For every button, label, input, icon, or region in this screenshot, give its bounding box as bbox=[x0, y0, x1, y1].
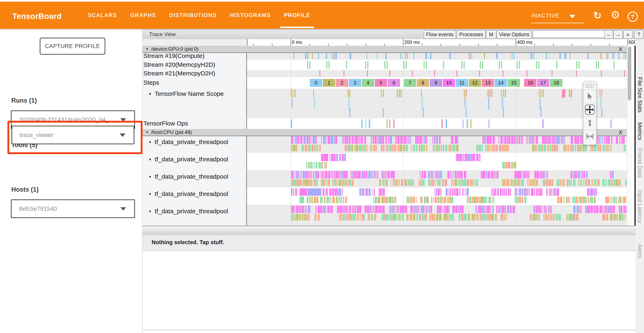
trace-event[interactable] bbox=[542, 171, 542, 178]
trace-event[interactable] bbox=[530, 214, 531, 220]
trace-event[interactable] bbox=[600, 90, 600, 97]
pan-tool[interactable] bbox=[584, 103, 596, 116]
trace-event[interactable] bbox=[441, 188, 442, 196]
trace-event[interactable] bbox=[456, 154, 456, 161]
trace-event[interactable] bbox=[573, 179, 576, 186]
trace-event[interactable] bbox=[358, 214, 359, 220]
trace-event[interactable] bbox=[464, 98, 466, 107]
trace-event[interactable] bbox=[307, 188, 321, 196]
trace-event[interactable] bbox=[482, 171, 483, 178]
trace-event[interactable] bbox=[537, 188, 539, 196]
trace-event[interactable] bbox=[610, 145, 610, 151]
trace-event[interactable] bbox=[599, 136, 600, 144]
trace-event[interactable] bbox=[566, 214, 568, 220]
trace-event[interactable] bbox=[619, 136, 621, 144]
trace-event[interactable] bbox=[531, 188, 534, 196]
trace-event[interactable] bbox=[561, 136, 562, 144]
trace-event[interactable] bbox=[552, 136, 553, 144]
trace-event[interactable] bbox=[491, 171, 494, 178]
trace-event[interactable] bbox=[426, 145, 427, 151]
trace-event[interactable] bbox=[488, 90, 489, 97]
track-label[interactable]: Steps bbox=[144, 79, 159, 86]
trace-event[interactable] bbox=[342, 136, 344, 144]
trace-event[interactable] bbox=[309, 145, 311, 151]
trace-event[interactable] bbox=[544, 145, 546, 151]
trace-event[interactable] bbox=[464, 179, 466, 186]
trace-event[interactable] bbox=[310, 206, 310, 213]
trace-event[interactable] bbox=[490, 145, 491, 151]
trace-event[interactable] bbox=[429, 214, 431, 220]
trace-event[interactable] bbox=[399, 90, 400, 97]
trace-event[interactable] bbox=[571, 90, 572, 97]
trace-event[interactable] bbox=[350, 53, 352, 59]
trace-event[interactable] bbox=[437, 171, 439, 178]
trace-event[interactable] bbox=[440, 171, 442, 178]
trace-event[interactable] bbox=[476, 145, 478, 151]
trace-event[interactable] bbox=[587, 53, 589, 59]
step-chip[interactable]: 11 bbox=[456, 79, 468, 87]
trace-event[interactable] bbox=[578, 214, 578, 220]
trace-event[interactable] bbox=[303, 171, 305, 178]
trace-event[interactable] bbox=[291, 119, 292, 128]
trace-event[interactable] bbox=[352, 171, 354, 178]
trace-event[interactable] bbox=[314, 179, 316, 186]
trace-event[interactable] bbox=[528, 179, 529, 186]
trace-event[interactable] bbox=[381, 136, 382, 144]
trace-event[interactable] bbox=[583, 196, 585, 203]
trace-event[interactable] bbox=[382, 171, 382, 178]
trace-event[interactable] bbox=[416, 145, 418, 151]
trace-event[interactable] bbox=[544, 136, 546, 144]
trace-event[interactable] bbox=[348, 90, 349, 97]
trace-event[interactable] bbox=[364, 136, 366, 144]
trace-event[interactable] bbox=[435, 196, 437, 203]
scrollbar-thumb[interactable] bbox=[628, 46, 631, 100]
trace-event[interactable] bbox=[408, 136, 410, 144]
trace-event[interactable] bbox=[605, 145, 606, 151]
section-close-button[interactable]: X bbox=[616, 129, 625, 136]
trace-event[interactable] bbox=[291, 214, 293, 220]
trace-event[interactable] bbox=[371, 214, 373, 220]
trace-event[interactable] bbox=[581, 196, 582, 203]
trace-event[interactable] bbox=[505, 90, 506, 97]
trace-event[interactable] bbox=[518, 188, 521, 196]
trace-event[interactable] bbox=[591, 188, 593, 196]
trace-event[interactable] bbox=[346, 136, 348, 144]
trace-event[interactable] bbox=[464, 61, 464, 69]
trace-event[interactable] bbox=[319, 145, 321, 151]
trace-event[interactable] bbox=[453, 145, 456, 151]
trace-event[interactable] bbox=[483, 206, 484, 213]
trace-event[interactable] bbox=[599, 145, 601, 151]
trace-event[interactable] bbox=[316, 206, 317, 213]
trace-event[interactable] bbox=[510, 206, 512, 213]
trace-event[interactable] bbox=[504, 206, 506, 213]
trace-event[interactable] bbox=[398, 136, 400, 144]
trace-event[interactable] bbox=[569, 90, 570, 97]
trace-event[interactable] bbox=[310, 179, 312, 186]
trace-event[interactable] bbox=[365, 119, 366, 128]
trace-event[interactable] bbox=[524, 196, 526, 203]
trace-event[interactable] bbox=[332, 188, 334, 196]
trace-event[interactable] bbox=[365, 188, 366, 196]
trace-event[interactable] bbox=[501, 61, 502, 69]
trace-event[interactable] bbox=[508, 188, 509, 196]
trace-event[interactable] bbox=[602, 206, 604, 213]
trace-event[interactable] bbox=[436, 171, 437, 178]
trace-event[interactable] bbox=[293, 179, 294, 186]
trace-event[interactable] bbox=[302, 145, 304, 151]
trace-event[interactable] bbox=[450, 188, 452, 196]
trace-event[interactable] bbox=[592, 145, 594, 151]
trace-event[interactable] bbox=[298, 171, 299, 178]
trace-event[interactable] bbox=[459, 188, 460, 196]
trace-event[interactable] bbox=[522, 188, 523, 196]
trace-event[interactable] bbox=[430, 206, 432, 213]
trace-event[interactable] bbox=[594, 188, 595, 196]
trace-event[interactable] bbox=[421, 90, 422, 97]
track-label[interactable]: Stream #20(MemcpyH2D) bbox=[144, 61, 215, 68]
trace-event[interactable] bbox=[600, 206, 602, 213]
trace-event[interactable] bbox=[422, 179, 424, 186]
trace-event[interactable] bbox=[611, 136, 612, 144]
trace-event[interactable] bbox=[324, 188, 324, 196]
trace-event[interactable] bbox=[391, 179, 392, 186]
trace-event[interactable] bbox=[313, 90, 314, 97]
trace-event[interactable] bbox=[390, 214, 392, 220]
